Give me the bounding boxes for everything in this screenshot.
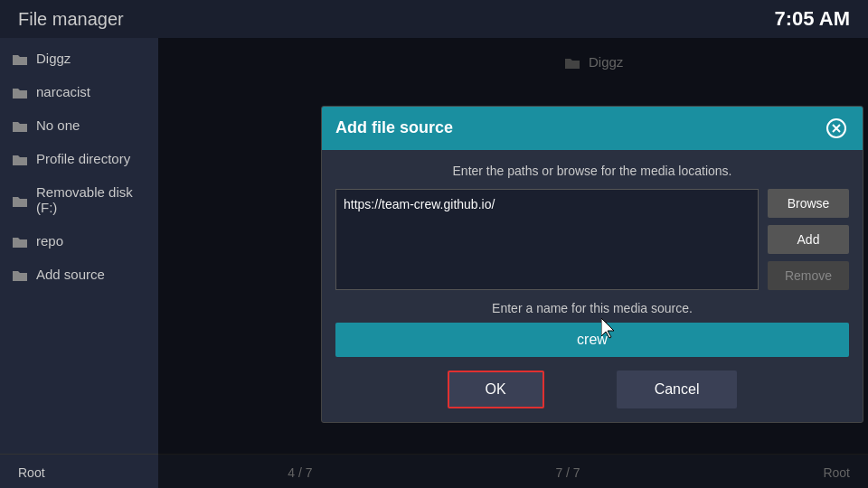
url-instruction: Enter the paths or browse for the media … bbox=[335, 164, 849, 178]
app-title: File manager bbox=[18, 9, 124, 30]
sidebar-item-label: repo bbox=[36, 233, 63, 249]
add-button[interactable]: Add bbox=[768, 225, 849, 254]
dialog-title: Add file source bbox=[335, 118, 453, 137]
folder-icon bbox=[13, 268, 27, 280]
content-area: Diggz 14.45 GB Add file source bbox=[158, 38, 868, 454]
sidebar-item-label: No one bbox=[36, 117, 80, 133]
url-buttons: Browse Add Remove bbox=[768, 189, 849, 290]
remove-button[interactable]: Remove bbox=[768, 261, 849, 290]
add-file-source-dialog: Add file source Enter the paths or brows… bbox=[321, 106, 863, 423]
sidebar-item-removable-disk[interactable]: Removable disk (F:) bbox=[0, 175, 158, 224]
url-area: https://team-crew.github.io/ Browse Add … bbox=[335, 189, 849, 290]
url-list[interactable]: https://team-crew.github.io/ bbox=[335, 189, 759, 290]
folder-icon bbox=[13, 52, 27, 64]
cancel-button[interactable]: Cancel bbox=[617, 371, 738, 408]
clock: 7:05 AM bbox=[774, 7, 850, 31]
sidebar-item-profile-directory[interactable]: Profile directory bbox=[0, 142, 158, 175]
sidebar-item-repo[interactable]: repo bbox=[0, 224, 158, 258]
sidebar-item-label: Diggz bbox=[36, 51, 71, 66]
sidebar-item-add-source[interactable]: Add source bbox=[0, 258, 158, 291]
sidebar-item-label: Profile directory bbox=[36, 151, 130, 166]
url-item: https://team-crew.github.io/ bbox=[344, 197, 750, 211]
name-input[interactable] bbox=[337, 324, 847, 355]
folder-icon bbox=[13, 194, 27, 206]
folder-icon bbox=[13, 153, 27, 164]
footer-left: Root bbox=[18, 465, 45, 480]
main-content: Diggz narcacist No one Profile directory… bbox=[0, 38, 868, 454]
close-button[interactable] bbox=[824, 116, 849, 141]
dialog-body: Enter the paths or browse for the media … bbox=[322, 150, 863, 422]
folder-icon bbox=[13, 86, 27, 98]
sidebar-item-label: Add source bbox=[36, 267, 105, 282]
sidebar-item-label: Removable disk (F:) bbox=[36, 184, 146, 215]
sidebar-item-label: narcacist bbox=[36, 84, 90, 99]
header: File manager 7:05 AM bbox=[0, 0, 868, 38]
name-input-container bbox=[335, 323, 849, 357]
folder-icon bbox=[13, 235, 27, 247]
sidebar-item-narcacist[interactable]: narcacist bbox=[0, 75, 158, 108]
modal-overlay: Add file source Enter the paths or brows… bbox=[158, 38, 868, 488]
name-instruction: Enter a name for this media source. bbox=[335, 301, 849, 315]
sidebar-item-noone[interactable]: No one bbox=[0, 108, 158, 142]
dialog-action-buttons: OK Cancel bbox=[335, 371, 849, 408]
dialog-header: Add file source bbox=[322, 107, 863, 150]
browse-button[interactable]: Browse bbox=[768, 189, 849, 218]
folder-icon bbox=[13, 119, 27, 131]
sidebar: Diggz narcacist No one Profile directory… bbox=[0, 38, 158, 454]
ok-button[interactable]: OK bbox=[448, 371, 544, 408]
sidebar-item-diggz[interactable]: Diggz bbox=[0, 42, 158, 75]
